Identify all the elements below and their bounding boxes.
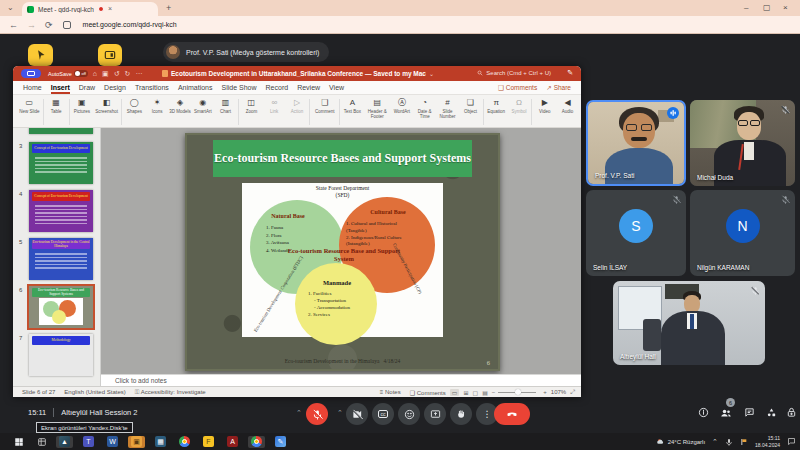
ribbon-button[interactable]: AText Box (341, 98, 364, 114)
reading-view-icon[interactable]: ▢ (472, 389, 478, 396)
menu-tab[interactable]: Design (104, 84, 126, 91)
search-box[interactable]: Search (Cmd + Ctrl + U) (477, 70, 551, 76)
ribbon-button[interactable]: ΩSymbol (508, 98, 531, 114)
taskbar-app-word[interactable]: W (104, 436, 121, 448)
slide-editor-canvas[interactable]: Eco-tourism Resource Bases and Support S… (101, 128, 581, 374)
window-minimize-button[interactable]: – (744, 3, 748, 12)
taskbar-app-capture[interactable]: ▣ (128, 436, 145, 448)
ribbon-button[interactable]: ▦Table (45, 98, 68, 114)
forward-icon[interactable]: → (27, 20, 36, 30)
redo-icon[interactable]: ↻ (125, 70, 131, 78)
ribbon-button[interactable]: ❏Object (459, 98, 482, 114)
stop-presenting-button[interactable] (98, 44, 122, 66)
menu-tab[interactable]: Animations (178, 84, 213, 91)
ribbon-button[interactable]: ▶Video (533, 98, 556, 114)
ribbon-button[interactable]: ▣Pictures (70, 98, 93, 114)
ribbon-button[interactable]: ▭New Slide (17, 98, 42, 114)
ribbon-button[interactable]: ◔Date & Time (413, 98, 436, 119)
ribbon-button[interactable]: ⒶWordArt (390, 98, 413, 114)
camera-button[interactable] (346, 403, 368, 425)
tab-share-icon[interactable] (63, 21, 71, 29)
menu-tab[interactable]: Home (23, 84, 42, 91)
presenter-pointer-button[interactable] (28, 44, 53, 66)
zoom-slider[interactable] (498, 392, 536, 393)
zoom-in-icon[interactable]: + (543, 389, 547, 395)
taskbar-app-notes[interactable]: F (200, 436, 217, 448)
meeting-details-button[interactable] (698, 407, 709, 418)
menu-tab[interactable]: Review (297, 84, 320, 91)
slide-sorter-icon[interactable]: ⊞ (463, 389, 468, 396)
comments-button[interactable]: ❑Comments (498, 84, 537, 92)
presenter-banner[interactable]: Prof. V.P. Sati (Medya gösterme kontroll… (163, 42, 329, 62)
tab-search-icon[interactable]: ⌄ (7, 3, 14, 12)
present-screen-button[interactable] (424, 403, 446, 425)
status-language[interactable]: English (United States) (64, 389, 125, 395)
menu-tab-insert[interactable]: Insert (51, 84, 70, 91)
taskbar-app-acrobat[interactable]: A (224, 436, 241, 448)
status-accessibility[interactable]: ⚿ Accessibility: Investigate (135, 389, 206, 396)
menu-tab[interactable]: Transitions (135, 84, 169, 91)
notification-center-icon[interactable] (787, 437, 796, 446)
normal-view-icon[interactable]: ▭ (450, 389, 460, 396)
task-view-button[interactable] (33, 436, 50, 448)
participant-tile-karaman[interactable]: N Nilgün KARAMAN (690, 190, 795, 276)
notes-toggle[interactable]: ≡ Notes (380, 389, 401, 395)
mic-options-chevron-icon[interactable]: ⌃ (296, 409, 302, 417)
participant-tile-hall[interactable]: Altıeylül Hall (613, 281, 765, 365)
raise-hand-button[interactable] (450, 403, 472, 425)
zoom-level[interactable]: 107% (551, 389, 566, 395)
fit-slide-icon[interactable]: ⤢ (570, 389, 575, 396)
activities-button[interactable] (766, 407, 777, 418)
ribbon-button[interactable]: ▥Chart (214, 98, 237, 114)
participant-tile-sati[interactable]: Prof. V.P. Sati (586, 100, 686, 186)
notes-pane[interactable]: Click to add notes (101, 374, 581, 386)
start-button[interactable] (10, 436, 27, 448)
taskbar-app-editor[interactable]: ✎ (272, 436, 289, 448)
chevron-down-icon[interactable]: ⌄ (429, 70, 434, 77)
tab-close-icon[interactable]: × (108, 6, 112, 12)
autosave-toggle[interactable]: AutoSave off (48, 70, 88, 77)
end-call-button[interactable] (494, 403, 530, 425)
taskbar-app-teams[interactable]: T (80, 436, 97, 448)
tray-mic-icon[interactable] (725, 438, 733, 446)
chat-button[interactable] (744, 407, 755, 418)
menu-tab[interactable]: View (329, 84, 344, 91)
people-button[interactable] (720, 407, 732, 419)
participant-tile-ilsay[interactable]: S Selin İLSAY (586, 190, 686, 276)
captions-button[interactable]: cc (372, 403, 394, 425)
taskbar-app-photos[interactable]: ▲ (56, 436, 73, 448)
taskbar-app-calculator[interactable]: ▦ (152, 436, 169, 448)
ribbon-button[interactable]: ✶Icons (146, 98, 169, 114)
comments-toggle[interactable]: ❑ Comments (410, 389, 446, 396)
ribbon-button[interactable]: ◫Zoom (240, 98, 263, 114)
home-icon[interactable]: ⌂ (93, 70, 97, 77)
host-controls-button[interactable] (786, 407, 797, 418)
participant-tile-duda[interactable]: Michał Duda (690, 100, 795, 186)
reload-icon[interactable]: ⟳ (45, 20, 53, 30)
save-icon[interactable]: ▣ (102, 70, 109, 78)
ribbon-button[interactable]: ◀Audio (556, 98, 579, 114)
ribbon-button[interactable]: ◈3D Models (169, 98, 192, 114)
taskbar-app-chrome[interactable] (176, 436, 193, 448)
ribbon-button[interactable]: πEquation (485, 98, 508, 114)
camera-options-chevron-icon[interactable]: ⌃ (337, 409, 343, 417)
tray-chevron-icon[interactable]: ⌃ (712, 438, 718, 446)
url-text[interactable]: meet.google.com/qdd-rvqi-kch (83, 21, 177, 28)
window-close-button[interactable]: × (783, 3, 788, 12)
browser-tab[interactable]: Meet - qdd-rvqi-kch × (22, 2, 158, 16)
ribbon-button[interactable]: ∞Link (263, 98, 286, 114)
weather-widget[interactable]: 24°C Rüzgarlı (656, 437, 705, 446)
share-button[interactable]: ↗Share (546, 84, 571, 92)
tray-flag-icon[interactable] (740, 438, 748, 446)
ribbon-button[interactable]: ▷Action (286, 98, 309, 114)
ribbon-button[interactable]: #Slide Number (436, 98, 459, 119)
mic-mute-button[interactable] (306, 403, 328, 425)
new-tab-button[interactable]: + (166, 3, 171, 13)
undo-icon[interactable]: ↺ (114, 70, 120, 78)
reactions-button[interactable] (398, 403, 420, 425)
pencil-icon[interactable]: ✎ (567, 69, 573, 77)
tray-clock[interactable]: 15:1118.04.2024 (755, 435, 780, 448)
ribbon-button[interactable]: ◯Shapes (123, 98, 146, 114)
menu-tab[interactable]: Record (266, 84, 289, 91)
ribbon-button[interactable]: ◧Screenshot (93, 98, 120, 114)
